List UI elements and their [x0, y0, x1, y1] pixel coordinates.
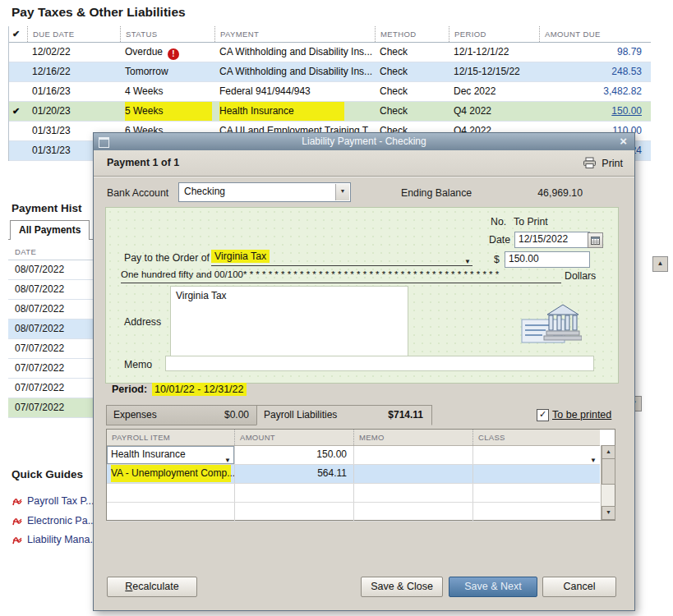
tab-all-payments[interactable]: All Payments — [10, 220, 90, 240]
tab-expenses-label: Expenses — [113, 406, 157, 424]
link-liability-management-guide[interactable]: Liability Mana... — [12, 534, 99, 545]
link-payroll-tax-guide[interactable]: Payroll Tax P... — [12, 495, 94, 507]
liability-row[interactable]: 12/02/22 Overdue! CA Withholding and Dis… — [9, 43, 651, 62]
history-row[interactable]: 08/07/2022 — [8, 280, 94, 300]
link-electronic-payment-guide[interactable]: Electronic Pa... — [12, 515, 96, 526]
overdue-icon: ! — [168, 48, 179, 60]
cell-class[interactable] — [472, 484, 600, 502]
row-checkmark[interactable] — [9, 122, 27, 140]
scrollbar-thumb[interactable] — [602, 458, 615, 485]
cell-method: Check — [375, 43, 449, 62]
history-row[interactable]: 08/07/2022 — [8, 319, 94, 339]
address-box[interactable]: Virginia Tax — [170, 286, 408, 363]
memo-label: Memo — [124, 359, 152, 370]
scrollbar-up-button[interactable]: ▲ — [652, 256, 668, 272]
column-header-class[interactable]: CLASS — [472, 430, 600, 445]
history-row[interactable]: 08/07/2022 — [8, 300, 94, 319]
column-header-amount-due[interactable]: AMOUNT DUE — [539, 26, 650, 42]
checkbox-check-icon: ✓ — [539, 409, 546, 419]
cell-amount-due-link[interactable]: 150.00 — [539, 102, 650, 121]
history-row[interactable]: 07/07/2022 — [8, 379, 94, 398]
column-header-due-date[interactable]: DUE DATE — [27, 26, 120, 42]
item-row[interactable]: Health Insurance▼ 150.00 ▼ — [107, 446, 600, 465]
close-icon[interactable]: × — [620, 133, 627, 149]
print-button[interactable]: Print — [583, 150, 623, 176]
cell-item[interactable] — [107, 484, 234, 502]
item-combo[interactable]: Health Insurance▼ — [107, 446, 234, 464]
cell-period: Dec 2022 — [449, 82, 539, 101]
column-header-amount[interactable]: AMOUNT — [234, 430, 353, 445]
column-header-payment[interactable]: PAYMENT — [214, 26, 375, 42]
to-be-printed-label[interactable]: To be printed — [552, 409, 611, 421]
cell-memo[interactable] — [353, 446, 472, 464]
history-row[interactable]: 07/07/2022 — [8, 359, 94, 379]
liability-row[interactable]: 12/16/22 Tomorrow CA Withholding and Dis… — [9, 62, 651, 82]
item-value: VA - Unemployment Comp... — [111, 465, 231, 482]
dropdown-arrow-icon[interactable]: ▼ — [224, 452, 231, 464]
cell-status: 4 Weeks — [120, 82, 214, 101]
scroll-up-icon[interactable]: ▲ — [602, 445, 615, 459]
column-header-payroll-item[interactable]: PAYROLL ITEM — [107, 430, 234, 445]
cell-memo[interactable] — [353, 503, 472, 521]
column-header-method[interactable]: METHOD — [375, 26, 449, 42]
date-value: 12/15/2022 — [519, 233, 568, 245]
column-header-period[interactable]: PERIOD — [449, 26, 539, 42]
liability-row-selected[interactable]: ✔ 01/20/23 5 Weeks Health Insurance Chec… — [9, 102, 651, 122]
cell-memo[interactable] — [353, 465, 472, 483]
column-header-memo[interactable]: MEMO — [353, 430, 472, 445]
up-arrow-icon: ▲ — [657, 260, 664, 267]
dropdown-arrow-icon[interactable]: ▼ — [335, 184, 349, 200]
cell-method: Check — [375, 82, 449, 101]
column-header-status[interactable]: STATUS — [120, 26, 214, 42]
row-checkmark[interactable]: ✔ — [9, 102, 27, 121]
tab-expenses-amount: $0.00 — [224, 406, 249, 424]
cell-item[interactable] — [107, 503, 234, 521]
cancel-button[interactable]: Cancel — [542, 577, 616, 597]
tab-payroll-liabilities[interactable]: Payroll Liabilities $714.11 — [256, 405, 432, 425]
history-row[interactable]: 08/07/2022 — [8, 260, 94, 280]
cell-class[interactable] — [472, 465, 600, 483]
tab-expenses[interactable]: Expenses $0.00 — [106, 405, 258, 425]
date-field[interactable]: 12/15/2022 — [514, 232, 590, 248]
cell-amount[interactable]: 564.11 — [234, 465, 353, 483]
column-header-select[interactable]: ✔ — [9, 26, 27, 42]
cell-amount[interactable] — [234, 484, 353, 502]
cell-item[interactable]: VA - Unemployment Comp... — [107, 465, 234, 483]
dropdown-arrow-icon[interactable]: ▼ — [590, 452, 597, 464]
pdf-icon — [12, 516, 22, 526]
to-be-printed-checkbox[interactable]: ✓ — [537, 409, 549, 421]
scroll-down-icon[interactable]: ▼ — [602, 506, 615, 520]
item-row-empty[interactable] — [107, 484, 600, 503]
cell-amount[interactable] — [234, 503, 353, 521]
row-checkmark[interactable] — [9, 62, 27, 81]
item-row-empty[interactable] — [107, 503, 600, 522]
item-row-selected[interactable]: VA - Unemployment Comp... 564.11 — [107, 465, 600, 484]
cell-due-date: 01/16/23 — [27, 82, 120, 101]
calendar-icon[interactable] — [588, 232, 603, 248]
check-amount-field[interactable]: 150.00 — [505, 251, 590, 268]
ending-balance-label: Ending Balance — [401, 187, 472, 199]
dialog-titlebar[interactable]: Liability Payment - Checking × — [94, 133, 634, 150]
save-next-button[interactable]: Save & Next — [449, 577, 537, 597]
cell-class[interactable] — [472, 503, 600, 521]
memo-field[interactable] — [165, 356, 594, 371]
column-header-date[interactable]: DATE — [8, 245, 94, 260]
history-row-selected[interactable]: 07/07/2022 — [8, 398, 94, 418]
tab-all-payments-label: All Payments — [19, 224, 81, 236]
row-checkmark[interactable] — [9, 141, 27, 160]
save-close-button[interactable]: Save & Close — [361, 577, 443, 597]
payee-combo[interactable]: Virginia Tax ▼ — [211, 248, 472, 266]
cell-amount[interactable]: 150.00 — [234, 446, 353, 464]
row-checkmark[interactable] — [9, 82, 27, 101]
class-combo[interactable]: ▼ — [472, 446, 600, 464]
bank-account-dropdown[interactable]: Checking ▼ — [178, 182, 351, 202]
cell-memo[interactable] — [353, 484, 472, 502]
history-row[interactable]: 07/07/2022 — [8, 339, 94, 359]
row-checkmark[interactable] — [9, 43, 27, 62]
liability-row[interactable]: 01/16/23 4 Weeks Federal 941/944/943 Che… — [9, 82, 651, 102]
recalculate-button[interactable]: Recalculate — [107, 577, 197, 597]
payment-counter: Payment 1 of 1 — [107, 150, 179, 176]
cell-payment: Federal 941/944/943 — [214, 82, 375, 101]
link-label: Payroll Tax P... — [27, 495, 94, 507]
items-scrollbar[interactable]: ▲ ▼ — [601, 445, 615, 520]
